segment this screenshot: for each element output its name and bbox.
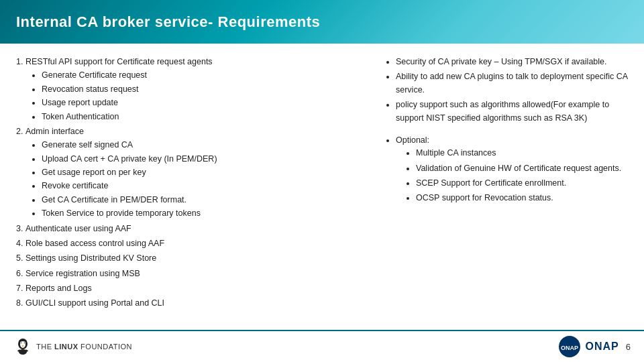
- list-item: Security of CA private key – Using TPM/S…: [396, 56, 631, 68]
- requirements-list: RESTful API support for Certificate requ…: [13, 56, 362, 310]
- the-text: THE: [36, 343, 54, 351]
- list-item: Upload CA cert + CA private key (In PEM/…: [42, 153, 362, 166]
- linux-text: LINUX: [54, 343, 78, 351]
- onap-logo-area: ONAP ONAP: [557, 335, 619, 359]
- page-number: 6: [626, 342, 631, 352]
- list-item: Service registration using MSB: [25, 267, 362, 280]
- list-item: SCEP Support for Certificate enrollment.: [416, 177, 631, 190]
- list-item: Revocation status request: [42, 83, 362, 96]
- svg-point-6: [24, 343, 25, 344]
- list-item: policy support such as algorithms allowe…: [396, 99, 631, 125]
- footer-right: ONAP ONAP 6: [557, 335, 631, 359]
- list-item: Ability to add new CA plugins to talk to…: [396, 70, 631, 97]
- foundation-text: FOUNDATION: [78, 343, 132, 351]
- linux-foundation-logo: THE LINUX FOUNDATION: [36, 343, 132, 351]
- top-bullets-list: Security of CA private key – Using TPM/S…: [382, 56, 631, 125]
- list-item: Role based access control using AAF: [25, 237, 362, 250]
- list-item: Usage report update: [42, 97, 362, 109]
- onap-icon: ONAP: [557, 335, 582, 359]
- list-item: Get CA Certificate in PEM/DER format.: [42, 194, 362, 206]
- optional-label: Optional: Multiple CA instances Validati…: [396, 134, 631, 205]
- optional-outer-list: Optional: Multiple CA instances Validati…: [382, 134, 631, 205]
- list-item: Token Service to provide temporary token…: [42, 207, 362, 220]
- onap-label: ONAP: [586, 341, 619, 353]
- list-item: Validation of Genuine HW of Certificate …: [416, 162, 631, 175]
- sub-list: Generate self signed CA Upload CA cert +…: [25, 139, 362, 220]
- svg-point-7: [22, 345, 24, 347]
- svg-point-5: [21, 343, 22, 344]
- svg-text:ONAP: ONAP: [561, 345, 578, 351]
- footer-left: THE LINUX FOUNDATION: [13, 337, 132, 356]
- list-item: OCSP support for Revocation status.: [416, 192, 631, 204]
- page-header: Internal CA broker service- Requirements: [0, 0, 644, 44]
- list-item: Get usage report on per key: [42, 166, 362, 179]
- main-content: RESTful API support for Certificate requ…: [0, 44, 644, 330]
- list-item: Generate self signed CA: [42, 139, 362, 152]
- list-item: Token Authentication: [42, 111, 362, 123]
- optional-sub-list: Multiple CA instances Validation of Genu…: [396, 147, 631, 205]
- left-column: RESTful API support for Certificate requ…: [13, 56, 362, 323]
- right-column: Security of CA private key – Using TPM/S…: [376, 56, 631, 323]
- list-item: Reports and Logs: [25, 282, 362, 295]
- list-item: Admin interface Generate self signed CA …: [25, 125, 362, 221]
- item-text: RESTful API support for Certificate requ…: [25, 57, 213, 66]
- list-item: RESTful API support for Certificate requ…: [25, 56, 362, 123]
- list-item: GUI/CLI support using Portal and CLI: [25, 297, 362, 310]
- item-text: Admin interface: [25, 127, 84, 136]
- page-footer: THE LINUX FOUNDATION ONAP ONAP 6: [0, 330, 644, 362]
- list-item: Generate Certificate request: [42, 69, 362, 82]
- list-item: Settings using Distributed KV Store: [25, 252, 362, 265]
- optional-section: Optional: Multiple CA instances Validati…: [382, 134, 631, 205]
- tux-icon: [13, 337, 32, 356]
- page-title: Internal CA broker service- Requirements: [16, 13, 320, 31]
- optional-title: Optional:: [396, 135, 429, 145]
- list-item: Authenticate user using AAF: [25, 223, 362, 235]
- sub-list: Generate Certificate request Revocation …: [25, 69, 362, 123]
- list-item: Multiple CA instances: [416, 147, 631, 160]
- list-item: Revoke certificate: [42, 180, 362, 192]
